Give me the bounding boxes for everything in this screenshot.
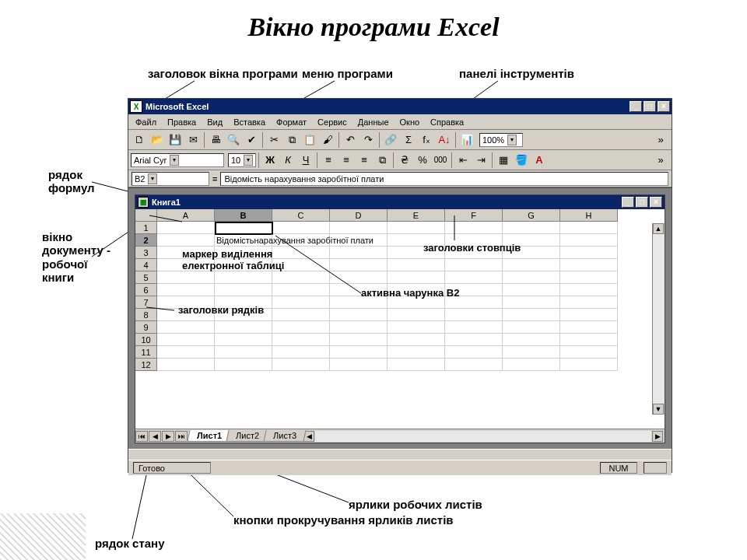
cell[interactable]	[157, 222, 215, 234]
cell[interactable]	[272, 284, 330, 296]
row-header[interactable]: 7	[135, 296, 157, 309]
paste-icon[interactable]: 📋	[301, 131, 318, 149]
sheet-tab-1[interactable]: Лист1	[187, 430, 231, 442]
row-header[interactable]: 4	[135, 259, 157, 271]
tab-scroll-prev-icon[interactable]: ◀	[149, 431, 161, 442]
align-left-icon[interactable]: ≡	[320, 152, 337, 169]
font-name-combo[interactable]: Arial Cyr▾	[131, 153, 224, 167]
save-icon[interactable]: 💾	[167, 131, 184, 149]
cell[interactable]	[157, 271, 215, 284]
scroll-down-icon[interactable]: ▼	[653, 404, 664, 415]
cell[interactable]	[330, 321, 388, 334]
chart-wizard-icon[interactable]: 📊	[458, 131, 475, 149]
cell[interactable]	[560, 247, 618, 259]
cell[interactable]	[503, 222, 560, 234]
cell[interactable]	[330, 346, 388, 359]
cell[interactable]	[330, 309, 388, 321]
underline-icon[interactable]: Ч	[297, 152, 314, 169]
cell[interactable]	[215, 359, 272, 371]
cell[interactable]	[272, 309, 330, 321]
autosum-icon[interactable]: Σ	[400, 131, 417, 149]
cell[interactable]	[330, 222, 388, 234]
row-header[interactable]: 1	[135, 222, 157, 234]
font-size-combo[interactable]: 10▾	[228, 153, 256, 167]
tab-scroll-next-icon[interactable]: ▶	[162, 431, 174, 442]
sheet-tab-2[interactable]: Лист2	[226, 430, 269, 442]
cell[interactable]	[445, 359, 503, 371]
cell[interactable]	[388, 321, 445, 334]
menu-file[interactable]: Файл	[131, 116, 161, 128]
cell[interactable]	[272, 222, 330, 234]
menu-edit[interactable]: Правка	[163, 116, 201, 128]
row-header[interactable]: 10	[135, 334, 157, 346]
cell[interactable]	[157, 359, 215, 371]
cell[interactable]	[503, 259, 560, 271]
cell[interactable]	[272, 296, 330, 309]
column-header[interactable]: H	[560, 209, 618, 222]
scroll-up-icon[interactable]: ▲	[653, 223, 664, 234]
zoom-combo[interactable]: 100%▾	[479, 133, 523, 147]
fill-color-icon[interactable]: 🪣	[513, 152, 530, 169]
cell[interactable]	[330, 259, 388, 271]
cell[interactable]	[560, 359, 618, 371]
increase-indent-icon[interactable]: ⇥	[472, 152, 489, 169]
cell[interactable]	[157, 334, 215, 346]
hyperlink-icon[interactable]: 🔗	[382, 131, 399, 149]
cell[interactable]	[445, 346, 503, 359]
row-header[interactable]: 9	[135, 321, 157, 334]
row-header[interactable]: 8	[135, 309, 157, 321]
scroll-right-icon[interactable]: ▶	[652, 431, 663, 442]
vertical-scrollbar[interactable]: ▲ ▼	[652, 223, 665, 415]
cell[interactable]	[560, 309, 618, 321]
cell[interactable]	[215, 321, 272, 334]
cell[interactable]	[445, 321, 503, 334]
sheet-tab-3[interactable]: Лист3	[264, 430, 307, 442]
cell[interactable]	[445, 334, 503, 346]
cell[interactable]	[272, 334, 330, 346]
new-icon[interactable]: 🗋	[131, 131, 148, 149]
close-button[interactable]: ×	[658, 101, 670, 112]
bold-icon[interactable]: Ж	[261, 152, 279, 169]
toolbar-overflow-icon[interactable]: »	[652, 131, 669, 149]
cell[interactable]	[503, 334, 560, 346]
cut-icon[interactable]: ✂	[265, 131, 282, 149]
cell[interactable]: Відомість нарахування заробітної плати	[215, 234, 272, 247]
merge-center-icon[interactable]: ⧉	[374, 152, 391, 169]
cell[interactable]	[215, 222, 272, 234]
menu-tools[interactable]: Сервис	[313, 116, 352, 128]
cell[interactable]	[560, 284, 618, 296]
cell[interactable]	[388, 271, 445, 284]
column-header[interactable]: E	[388, 209, 445, 222]
cell[interactable]	[215, 271, 272, 284]
cell[interactable]	[388, 309, 445, 321]
select-all-corner[interactable]	[135, 209, 157, 222]
cell[interactable]	[388, 346, 445, 359]
minimize-button[interactable]: _	[630, 101, 642, 112]
column-header[interactable]: B	[215, 209, 272, 222]
align-right-icon[interactable]: ≡	[356, 152, 373, 169]
cell[interactable]	[157, 346, 215, 359]
cell[interactable]	[272, 271, 330, 284]
book-close-button[interactable]: ×	[650, 197, 662, 208]
cell[interactable]	[503, 359, 560, 371]
cell[interactable]	[445, 271, 503, 284]
font-color-icon[interactable]: A	[531, 152, 548, 169]
cell[interactable]	[388, 334, 445, 346]
undo-icon[interactable]: ↶	[342, 131, 359, 149]
cell[interactable]	[272, 321, 330, 334]
spellcheck-icon[interactable]: ✔	[243, 131, 260, 149]
print-icon[interactable]: 🖶	[207, 131, 224, 149]
cell[interactable]	[215, 334, 272, 346]
cell[interactable]	[157, 234, 215, 247]
cell[interactable]	[503, 346, 560, 359]
tab-scroll-last-icon[interactable]: ⏭	[175, 431, 188, 442]
align-center-icon[interactable]: ≡	[338, 152, 355, 169]
formula-input[interactable]: Відомість нарахування заробітної плати	[220, 172, 668, 186]
horizontal-scrollbar[interactable]: ◀ ▶	[302, 431, 665, 442]
menu-help[interactable]: Справка	[426, 116, 468, 128]
menu-format[interactable]: Формат	[272, 116, 311, 128]
cell[interactable]	[272, 359, 330, 371]
cell[interactable]	[388, 359, 445, 371]
cell[interactable]	[560, 296, 618, 309]
maximize-button[interactable]: □	[644, 101, 656, 112]
